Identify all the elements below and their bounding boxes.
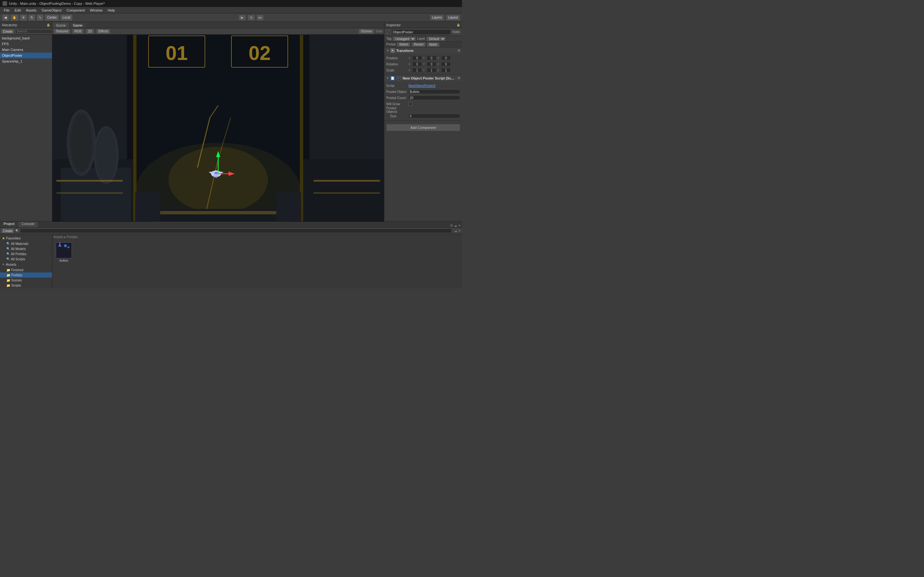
project-search-input[interactable] (20, 229, 452, 233)
assets-scripts[interactable]: 📁 Scripts (0, 283, 52, 288)
effects-btn[interactable]: Effects (96, 29, 110, 34)
prefabs-label: Prefabs (11, 274, 22, 277)
menu-file[interactable]: File (1, 7, 12, 13)
scale-z-field: Z 1 (437, 68, 451, 73)
transform-header[interactable]: ▼ ⌖ Transform ⚙ (384, 47, 462, 54)
svg-rect-44 (276, 192, 301, 221)
scale-z-input[interactable]: 1 (441, 68, 451, 73)
menu-window[interactable]: Window (87, 7, 105, 13)
bottom-tab-row: Project Console ☰ ☁ ✕ (0, 221, 462, 227)
toolbar-rotate-btn[interactable]: ↻ (28, 15, 35, 21)
favorites-all-materials[interactable]: 🔍 All Materials (0, 241, 52, 246)
script-icon: 📄 (391, 76, 395, 81)
menu-gameobject[interactable]: GameObject (39, 7, 64, 13)
hierarchy-title: Hierarchy (2, 23, 17, 27)
prefab-select-btn[interactable]: Select (397, 42, 410, 47)
console-tab[interactable]: Console (18, 221, 38, 227)
script-settings-icon[interactable]: ⚙ (457, 77, 460, 80)
favorites-all-scripts[interactable]: 🔍 All Scripts (0, 256, 52, 261)
rotation-x-input[interactable]: 0 (412, 62, 422, 66)
play-button[interactable]: ▶ (239, 15, 246, 21)
assets-sprites[interactable]: 📁 Sprites (0, 288, 52, 288)
menu-assets[interactable]: Assets (23, 7, 39, 13)
toolbar-back-btn[interactable]: ◀ (2, 15, 9, 21)
size-input[interactable]: 0 (409, 114, 460, 118)
rgb-btn[interactable]: RGB (72, 29, 84, 34)
object-name-field[interactable]: ObjectPooler (391, 29, 451, 35)
hierarchy-item-label: Main Camera (2, 48, 23, 52)
hierarchy-item-spaceship[interactable]: Spaceship_1 (0, 58, 52, 64)
pooled-object-field[interactable]: Bullets (409, 89, 460, 94)
rotation-z-input[interactable]: 0 (441, 62, 451, 66)
inspector-lock-icon[interactable]: 🔒 (457, 23, 460, 27)
script-component-header[interactable]: ▼ 📄 New Object Pooler Script (Sc... ⚙ (384, 75, 462, 81)
window-title: Unity - Main.unity - ObjectPoolingDemo -… (9, 2, 105, 5)
center-btn[interactable]: Center (45, 15, 59, 21)
2d-btn[interactable]: 2D (86, 29, 94, 34)
assets-header[interactable]: ▼ Assets (0, 261, 52, 268)
scene-tab[interactable]: Scene (52, 22, 69, 28)
scale-y-input[interactable]: 1 (427, 68, 436, 73)
script-link[interactable]: NewObjectPoolerS (409, 84, 435, 87)
script-component: ▼ 📄 New Object Pooler Script (Sc... ⚙ Sc… (384, 75, 462, 121)
transform-settings-icon[interactable]: ⚙ (457, 49, 460, 52)
position-x-input[interactable]: 0 (412, 56, 422, 60)
favorites-all-prefabs[interactable]: 🔍 All Prefabs (0, 251, 52, 256)
object-active-checkbox[interactable] (386, 30, 390, 34)
add-component-btn[interactable]: Add Component (386, 124, 460, 131)
display-btn[interactable]: Textured (53, 29, 70, 34)
hierarchy-item-fps[interactable]: FPS (0, 41, 52, 47)
position-z-field: Z 0 (437, 56, 451, 60)
prefab-row: Prefab Select Revert Apply (384, 42, 462, 47)
all-prefabs-label: All Prefabs (11, 252, 26, 256)
pause-button[interactable]: ⏸ (248, 15, 255, 21)
script-active-checkbox[interactable] (397, 76, 401, 80)
local-btn[interactable]: Local (60, 15, 73, 21)
position-z-input[interactable]: 0 (441, 56, 451, 60)
tag-dropdown[interactable]: Untagged (393, 37, 416, 41)
assets-finished[interactable]: 📁 Finished (0, 268, 52, 272)
hierarchy-item-objectpooler[interactable]: ObjectPooler (0, 53, 52, 58)
asset-bullets[interactable]: Bullets (54, 242, 73, 262)
pooled-object-value: Bullets (410, 90, 419, 93)
toolbar-hand-btn[interactable]: ✋ (10, 15, 19, 21)
rotation-y-input[interactable]: 0 (427, 62, 436, 66)
pooled-count-input[interactable]: 20 (409, 95, 460, 100)
gizmos-btn[interactable]: Gizmos (359, 29, 374, 34)
svg-point-12 (96, 128, 117, 182)
layout-dropdown[interactable]: Layout (446, 15, 460, 21)
favorites-header[interactable]: ★ Favorites (0, 235, 52, 241)
hierarchy-create-btn[interactable]: Create (1, 29, 14, 34)
hierarchy-item-background-back[interactable]: background_back (0, 35, 52, 41)
svg-rect-46 (57, 192, 123, 193)
hierarchy-item-main-camera[interactable]: Main Camera (0, 47, 52, 53)
assets-prefabs[interactable]: 📁 Prefabs (0, 272, 52, 277)
prefab-revert-btn[interactable]: Revert (412, 42, 425, 47)
menu-help[interactable]: Help (105, 7, 118, 13)
prefab-apply-btn[interactable]: Apply (427, 42, 439, 47)
toolbar-scale-btn[interactable]: ⤡ (37, 15, 44, 21)
will-grow-checkbox[interactable] (409, 102, 412, 106)
bullets-label: Bullets (59, 259, 68, 262)
center-area: Scene Game Textured RGB 2D Effects Gizmo… (52, 22, 384, 221)
layers-dropdown[interactable]: Layers (430, 15, 444, 21)
game-tab[interactable]: Game (69, 22, 86, 28)
menu-edit[interactable]: Edit (12, 7, 23, 13)
favorites-all-models[interactable]: 🔍 All Models (0, 246, 52, 251)
assets-scenes[interactable]: 📁 Scenes (0, 277, 52, 283)
position-y-input[interactable]: 0 (427, 56, 436, 60)
rotation-x-field: X 0 (409, 62, 422, 66)
project-create-btn[interactable]: Create (1, 228, 14, 234)
svg-rect-13 (301, 159, 384, 221)
rotation-y-field: Y 0 (423, 62, 436, 66)
step-button[interactable]: ⏭ (257, 15, 264, 21)
layer-dropdown[interactable]: Default (426, 37, 446, 41)
menu-component[interactable]: Component (64, 7, 87, 13)
favorites-label: Favorites (6, 236, 21, 240)
scale-x-input[interactable]: 1 (412, 68, 422, 73)
project-tab[interactable]: Project (0, 221, 18, 227)
finished-label: Finished (11, 268, 23, 272)
transform-body: Position X 0 Y 0 Z 0 (384, 54, 462, 75)
hierarchy-lock-icon[interactable]: 🔒 (47, 23, 50, 27)
toolbar-move-btn[interactable]: ✛ (20, 15, 27, 21)
